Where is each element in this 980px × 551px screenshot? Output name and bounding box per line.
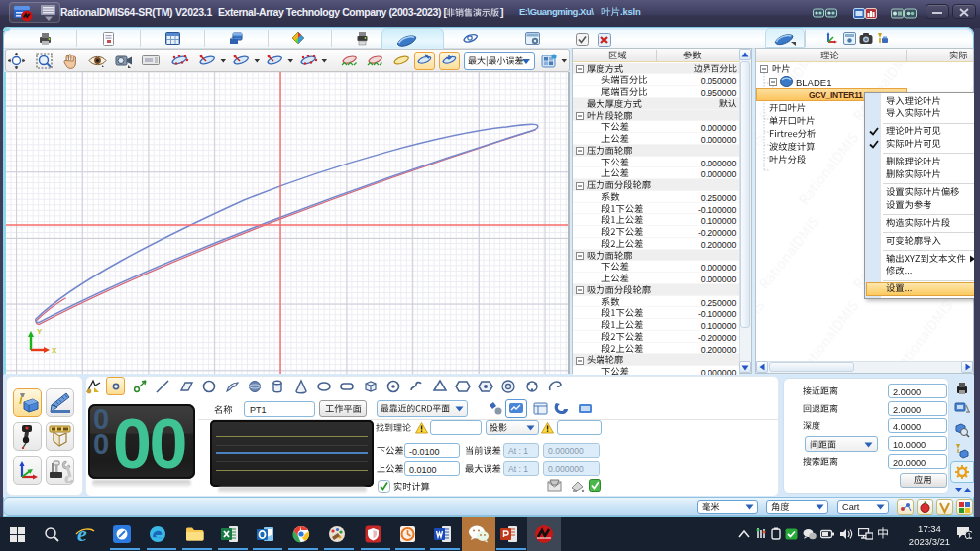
svg-text:Y: Y <box>37 327 43 336</box>
svg-text:X: X <box>52 346 57 355</box>
svg-text:1: 1 <box>968 532 972 539</box>
